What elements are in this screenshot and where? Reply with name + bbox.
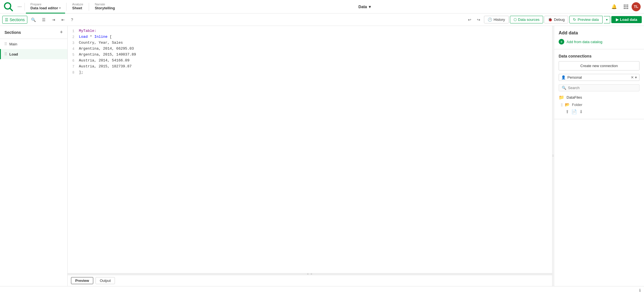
- create-connection-button[interactable]: Create new connection: [559, 61, 639, 70]
- bottom-info-bar: ℹ: [0, 286, 644, 294]
- info-icon[interactable]: ℹ: [639, 288, 641, 293]
- svg-line-1: [10, 8, 12, 11]
- nav-prepare-label: Prepare: [30, 3, 61, 6]
- datafiles-row: 📁 DataFiles: [559, 95, 639, 100]
- search-icon: 🔍: [31, 17, 36, 22]
- preview-data-button[interactable]: ↻ Preview data: [569, 16, 602, 23]
- download-icon[interactable]: ⬇: [579, 109, 583, 114]
- sidebar-item-main[interactable]: ⠿ Main: [0, 39, 67, 49]
- line-code: Austria, 2014, 54166.09: [79, 58, 552, 63]
- redo-button[interactable]: ↪: [474, 16, 483, 24]
- code-editor[interactable]: 1MyTable:2Load * Inline [3Country, Year,…: [68, 26, 552, 273]
- upload-icon[interactable]: ⬆: [565, 109, 569, 114]
- datasources-label: Data sources: [518, 17, 540, 22]
- search-input[interactable]: [568, 86, 636, 90]
- line-number: 7: [68, 64, 79, 70]
- connection-filter: 👤 Personal ✕ ▾: [559, 74, 639, 81]
- sidebar-header: Sections +: [0, 26, 67, 39]
- add-from-catalog-button[interactable]: + Add from data catalog: [559, 39, 602, 45]
- apps-grid-button[interactable]: [621, 2, 629, 12]
- folder-row: || 📂 Folder: [559, 102, 639, 107]
- line-code: Argentina, 2015, 140037.89: [79, 52, 552, 58]
- code-line-4: 4Argentina, 2014, 66295.03: [68, 46, 552, 52]
- load-data-button[interactable]: ▶ Load data: [611, 16, 642, 23]
- user-avatar[interactable]: TL: [632, 2, 641, 11]
- data-dropdown-icon: ▾: [369, 5, 371, 9]
- notification-button[interactable]: 🔔: [610, 2, 619, 11]
- filter-clear-button[interactable]: ✕: [631, 75, 634, 79]
- help-button[interactable]: ?: [68, 16, 76, 24]
- code-line-3: 3Country, Year, Sales: [68, 40, 552, 46]
- datafiles-label: DataFiles: [567, 95, 582, 100]
- main-area: Sections + ⠿ Main ⠿ Load 🗑 1MyTable:2Loa…: [0, 26, 644, 286]
- code-line-2: 2Load * Inline [: [68, 34, 552, 40]
- search-icon-connections: 🔍: [562, 86, 566, 90]
- qlik-logo: [3, 2, 14, 12]
- code-line-7: 7Austria, 2015, 182739.87: [68, 64, 552, 70]
- indent-icon: ⇥: [52, 17, 55, 22]
- undo-button[interactable]: ↩: [465, 16, 474, 24]
- line-code: MyTable:: [79, 28, 552, 34]
- history-icon: 🕐: [488, 17, 492, 22]
- folder-label: Folder: [572, 103, 582, 107]
- nav-divider-1: [25, 3, 25, 11]
- nav-analyze[interactable]: Analyze Sheet: [68, 0, 88, 14]
- sidebar: Sections + ⠿ Main ⠿ Load 🗑: [0, 26, 68, 286]
- format-button[interactable]: ☰: [39, 16, 48, 24]
- nav-narrate[interactable]: Narrate Storytelling: [90, 0, 119, 14]
- nav-analyze-title: Sheet: [72, 6, 83, 10]
- datasources-icon: ⬡: [514, 17, 517, 22]
- nav-prepare[interactable]: Prepare Data load editor ▾: [26, 0, 65, 14]
- nav-divider-2: [66, 3, 66, 11]
- nav-prepare-title: Data load editor ▾: [30, 6, 61, 10]
- folder-icon: 📂: [565, 102, 570, 107]
- preview-tab[interactable]: Preview: [71, 277, 93, 284]
- code-line-6: 6Austria, 2014, 54166.09: [68, 58, 552, 64]
- help-icon: ?: [71, 17, 73, 22]
- preview-icon: ↻: [573, 17, 576, 22]
- line-number: 1: [68, 28, 79, 34]
- prepare-dropdown-icon: ▾: [59, 6, 61, 10]
- add-catalog-label: Add from data catalog: [567, 40, 602, 44]
- line-code: Austria, 2015, 182739.87: [79, 64, 552, 69]
- line-number: 2: [68, 34, 79, 40]
- nav-analyze-label: Analyze: [72, 3, 83, 6]
- datasources-button[interactable]: ⬡ Data sources: [510, 16, 543, 23]
- more-options-button[interactable]: ···: [16, 3, 23, 11]
- outdent-button[interactable]: ⇤: [59, 16, 67, 24]
- filter-actions: ✕ ▾: [631, 75, 637, 79]
- search-box: 🔍: [559, 84, 639, 91]
- line-number: 3: [68, 40, 79, 46]
- nav-right: 🔔 TL: [610, 2, 641, 12]
- indent-button[interactable]: ⇥: [49, 16, 58, 24]
- add-data-title: Add data: [559, 30, 639, 36]
- line-number: 6: [68, 58, 79, 64]
- sections-toggle-button[interactable]: ☰ Sections: [2, 16, 27, 24]
- code-line-8: 8];: [68, 70, 552, 76]
- top-nav: ··· Prepare Data load editor ▾ Analyze S…: [0, 0, 644, 14]
- data-dropdown-button[interactable]: Data ▾: [358, 5, 370, 9]
- right-panel: Add data + Add from data catalog Data co…: [554, 26, 644, 286]
- sidebar-item-main-label: Main: [9, 42, 64, 46]
- filter-expand-button[interactable]: ▾: [635, 75, 637, 79]
- add-section-button[interactable]: +: [60, 29, 63, 35]
- line-number: 4: [68, 46, 79, 52]
- sections-label: Sections: [10, 17, 25, 22]
- line-number: 8: [68, 70, 79, 76]
- sidebar-item-load[interactable]: ⠿ Load 🗑: [0, 49, 67, 59]
- preview-dropdown-button[interactable]: ▾: [604, 16, 610, 23]
- folder-actions: ⬆ 📄 ⬇: [559, 109, 639, 114]
- output-tab[interactable]: Output: [96, 277, 115, 284]
- file-icon[interactable]: 📄: [571, 109, 577, 114]
- editor-toolbar: ☰ Sections 🔍 ☰ ⇥ ⇤ ? ↩ ↪ 🕐 History ⬡ Dat…: [0, 14, 644, 26]
- redo-icon: ↪: [477, 17, 480, 22]
- data-btn-label: Data: [358, 5, 367, 9]
- debug-button[interactable]: 🐞 Debug: [544, 16, 568, 23]
- debug-label: Debug: [554, 17, 565, 22]
- load-label: Load data: [620, 17, 637, 22]
- code-line-1: 1MyTable:: [68, 28, 552, 34]
- sidebar-title: Sections: [5, 30, 21, 35]
- format-icon: ☰: [42, 17, 46, 22]
- search-button[interactable]: 🔍: [28, 16, 38, 24]
- history-button[interactable]: 🕐 History: [484, 16, 508, 23]
